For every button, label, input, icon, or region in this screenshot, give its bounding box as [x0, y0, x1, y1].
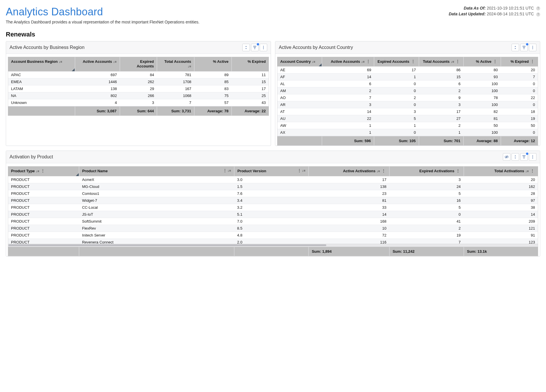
table-cell: 2 — [374, 94, 419, 101]
kebab-icon[interactable]: ⋮ — [381, 168, 386, 173]
kebab-icon[interactable]: ⋮ — [40, 168, 45, 173]
table-row[interactable]: PRODUCTCC-Local3.233538 — [8, 204, 538, 211]
table-cell: 3.0 — [234, 176, 309, 183]
kebab-icon[interactable]: ⋮ — [297, 168, 302, 173]
table-row[interactable]: AL6061000 — [277, 80, 538, 87]
table-cell: 0 — [374, 129, 419, 136]
col-header[interactable]: % Active — [194, 57, 232, 72]
table-cell: 100 — [463, 129, 501, 136]
table-row[interactable]: PRODUCTFlexRev8.5102121 — [8, 225, 538, 232]
col-header[interactable]: % Expired — [232, 57, 269, 72]
table-row[interactable]: PRODUCTComtoso17.623528 — [8, 190, 538, 197]
table-row[interactable]: PRODUCTSoftSummit7.016841209 — [8, 218, 538, 225]
table-row[interactable]: AX1011000 — [277, 129, 538, 136]
table-cell: 1446 — [75, 78, 120, 85]
table-cell: 9 — [419, 94, 463, 101]
table-cell: 50 — [463, 122, 501, 129]
horizontal-scrollbar[interactable] — [8, 244, 538, 247]
col-header[interactable]: Active Accounts ↓≡ — [75, 57, 120, 72]
kebab-icon[interactable]: ⋮ — [455, 59, 460, 64]
kebab-icon[interactable]: ⋮ — [530, 168, 535, 173]
col-header[interactable]: Expired Accounts — [120, 57, 157, 72]
table-row[interactable]: PRODUCTWidget-73.4811697 — [8, 197, 538, 204]
table-cell: 18 — [501, 108, 538, 115]
col-header[interactable]: Total Accounts ↓≡ — [157, 57, 194, 72]
svg-point-0 — [263, 46, 264, 46]
col-header[interactable]: Account Country ↓≡ — [277, 57, 322, 67]
table-cell: 1 — [322, 129, 374, 136]
table-cell: PRODUCT — [8, 225, 79, 232]
table-cell: 80 — [463, 67, 501, 74]
table-cell: PRODUCT — [8, 211, 79, 218]
panel-product: Activation by Product Product Type ↓≡ ⋮ … — [6, 151, 540, 256]
table-cell: Revenera Connect — [79, 239, 234, 244]
region-table-body[interactable]: APAC697847818911EMEA144626217088515LATAM… — [8, 72, 269, 107]
table-row[interactable]: Unknown4375743 — [8, 99, 269, 106]
table-row[interactable]: APAC697847818911 — [8, 72, 269, 78]
help-icon[interactable]: ? — [536, 6, 540, 10]
table-row[interactable]: AE6917868020 — [277, 67, 538, 74]
col-header[interactable]: Product Version ↓≡ ⋮ — [234, 166, 309, 176]
table-row[interactable]: PRODUCTAcmeX3.017320 — [8, 176, 538, 183]
col-header[interactable]: % Active ⋮ — [463, 57, 501, 67]
col-header[interactable]: Product Name ↓≡ ⋮ — [79, 166, 234, 176]
table-row[interactable]: AF14115937 — [277, 74, 538, 80]
col-header[interactable]: Account Business Region ↓≡ — [8, 57, 75, 72]
data-as-of-label: Data As Of: — [464, 6, 486, 10]
table-row[interactable]: PRODUCTRevenera Connect2.01167123 — [8, 239, 538, 244]
col-header[interactable]: Product Type ↓≡ ⋮ — [8, 166, 79, 176]
table-row[interactable]: AT143178218 — [277, 108, 538, 115]
table-cell: PRODUCT — [8, 218, 79, 225]
expand-icon[interactable] — [512, 44, 519, 51]
panel-country-title: Active Accounts by Account Country — [279, 45, 353, 50]
col-header[interactable]: Expired Accounts ⋮ — [374, 57, 419, 67]
filter-icon[interactable] — [520, 44, 528, 51]
table-cell: 3.4 — [234, 197, 309, 204]
kebab-icon[interactable]: ⋮ — [530, 59, 535, 64]
col-header[interactable]: % Expired ⋮ — [501, 57, 538, 67]
col-header[interactable]: Total Activations ↓≡ ⋮ — [464, 166, 538, 176]
table-row[interactable]: AW1125050 — [277, 122, 538, 129]
product-table-body[interactable]: PRODUCTAcmeX3.017320PRODUCTMG-Cloud1.513… — [8, 176, 538, 244]
col-header[interactable]: Active Activations ↓≡ ⋮ — [309, 166, 389, 176]
table-row[interactable]: LATAM138291678317 — [8, 85, 269, 92]
table-row[interactable]: AR3031000 — [277, 101, 538, 108]
table-row[interactable]: AM2021000 — [277, 87, 538, 94]
col-header[interactable]: Expired Activations ⋮ — [389, 166, 464, 176]
kebab-icon[interactable]: ⋮ — [366, 59, 371, 64]
filter-icon[interactable] — [251, 44, 259, 51]
kebab-icon[interactable]: ⋮ — [222, 168, 228, 173]
data-last-updated-label: Data Last Updated: — [449, 12, 486, 16]
table-row[interactable]: PRODUCTMG-Cloud1.513824162 — [8, 183, 538, 190]
table-row[interactable]: PRODUCTJS-IoT5.114014 — [8, 211, 538, 218]
kebab-icon[interactable]: ⋮ — [455, 168, 461, 173]
table-cell: Unknown — [8, 99, 75, 106]
table-cell: 7 — [157, 99, 194, 106]
page-description: The Analytics Dashboard provides a visua… — [6, 20, 540, 24]
table-cell: 17 — [374, 67, 419, 74]
table-cell: 10 — [309, 225, 389, 232]
svg-point-4 — [532, 47, 533, 48]
menu-icon[interactable] — [529, 153, 536, 161]
col-header[interactable]: Total Accounts ↓≡ ⋮ — [419, 57, 464, 67]
menu-icon[interactable] — [260, 44, 267, 51]
svg-point-3 — [532, 46, 533, 46]
visibility-icon[interactable] — [503, 153, 510, 161]
country-table-body[interactable]: AE6917868020AF14115937AL6061000AM2021000… — [277, 67, 538, 136]
kebab-icon[interactable]: ⋮ — [411, 59, 416, 64]
menu-icon[interactable] — [529, 44, 536, 51]
table-row[interactable]: AO7297822 — [277, 94, 538, 101]
table-row[interactable]: NA80226610687525 — [8, 92, 269, 99]
filter-icon[interactable] — [520, 153, 528, 161]
table-row[interactable]: EMEA144626217088515 — [8, 78, 269, 85]
expand-icon[interactable] — [242, 44, 250, 51]
table-row[interactable]: AU225278119 — [277, 115, 538, 122]
help-icon[interactable]: ? — [536, 12, 540, 17]
table-cell: 1 — [374, 122, 419, 129]
col-header[interactable]: Active Accounts ↓≡ ⋮ — [322, 57, 374, 67]
table-cell: 100 — [463, 87, 501, 94]
table-cell: AU — [277, 115, 322, 122]
table-row[interactable]: PRODUCTInitech Server4.8721991 — [8, 232, 538, 239]
kebab-icon[interactable]: ⋮ — [492, 59, 498, 64]
expand-icon[interactable] — [512, 153, 519, 161]
